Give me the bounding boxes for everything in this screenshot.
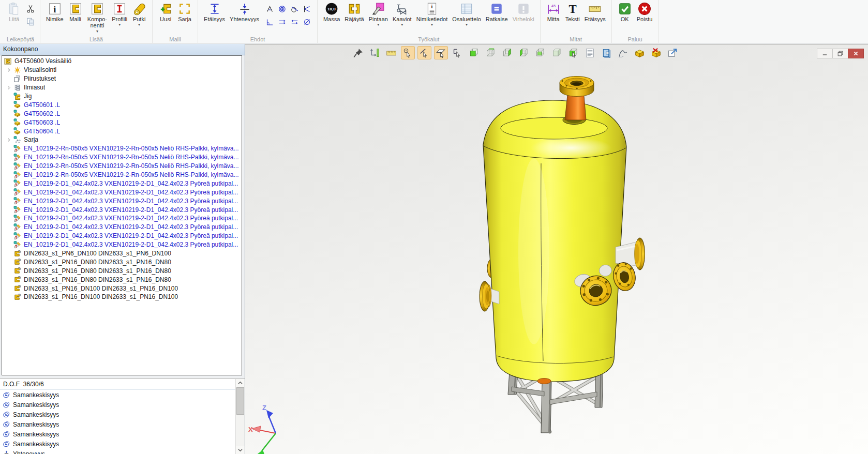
nimiketiedot-button[interactable]: iNimiketiedot▾ [414,1,450,27]
scrollbar-thumb[interactable] [236,387,244,415]
cube-select-button[interactable] [567,47,580,59]
dof-scrollbar[interactable] [235,379,245,454]
box-open-button[interactable] [633,47,646,59]
malli-button[interactable]: Malli [66,1,85,22]
cube-face-left-button[interactable] [517,47,530,59]
sarja-button[interactable]: Sarja [175,1,194,22]
tree-item-g4t50604[interactable]: G4T50604 .L [2,127,242,135]
viewport-3d[interactable]: X Z [245,44,868,454]
tree-item-din2633-s1-pn6-dn100[interactable]: DIN2633_s1_PN6_DN100 DIN2633_s1_PN6_DN10… [2,249,242,258]
box-delete-button[interactable] [650,47,663,59]
scroll-up-button[interactable] [236,379,245,387]
tank-body[interactable] [483,100,626,382]
window-restore-button[interactable] [832,49,848,58]
parallel-constraint-button[interactable] [276,16,289,28]
select-point-button[interactable] [401,47,414,59]
cube-face-right-button[interactable] [501,47,514,59]
pin-button[interactable] [352,47,365,59]
wire-curve-button[interactable] [617,47,630,59]
yhtenevyys-button[interactable]: Yhtenevyys [228,1,261,22]
dof-item-samankeskisyys[interactable]: Samankeskisyys [0,390,235,400]
cube-solid-button[interactable] [468,47,481,59]
tree-item-din2633-s1-pn16-dn100[interactable]: DIN2633_s1_PN16_DN100 DIN2633_s1_PN16_DN… [2,284,242,293]
tree-item-en-10219-2-d1-042-4x02-3[interactable]: EN_10219-2-D1_042.4x02.3 VXEN10219-2-D1_… [2,205,242,214]
tree-item-visualisointi[interactable]: Visualisointi [2,66,242,74]
kaaviot-button[interactable]: Kaaviot▾ [391,1,414,27]
orbit-button[interactable] [368,47,381,59]
cut-button[interactable] [25,4,36,14]
equal-constraint-button[interactable] [289,16,301,28]
cube-wireframe-button[interactable] [484,47,497,59]
ok-button[interactable]: OK [616,1,634,22]
tangent-constraint-button[interactable] [289,3,301,16]
tree-item-jig[interactable]: Jig [2,92,242,101]
massa-button[interactable]: 10,0Massa [321,1,342,22]
tree-item-en-10219-2-d1-042-4x02-3[interactable]: EN_10219-2-D1_042.4x02.3 VXEN10219-2-D1_… [2,214,242,223]
mitta-button[interactable]: 45Mitta [544,1,563,22]
tree-item-g4t50600[interactable]: G4T50600 Vesisäiliö [2,57,242,66]
tree-item-en-10219-2-d1-042-4x02-3[interactable]: EN_10219-2-D1_042.4x02.3 VXEN10219-2-D1_… [2,179,242,188]
pintaan-button[interactable]: Pintaan▾ [367,1,390,27]
cube-shaded-button[interactable] [550,47,563,59]
r-j-yt-button[interactable]: Räjäytä [342,1,366,22]
perpendicular-constraint-button[interactable] [264,16,276,28]
tree-item-din2633-s1-pn16-dn80[interactable]: DIN2633_s1_PN16_DN80 DIN2633_s1_PN16_DN8… [2,275,242,284]
window-minimize-button[interactable] [817,49,833,58]
concentric-constraint-button[interactable] [276,3,289,16]
dof-item-samankeskisyys[interactable]: Samankeskisyys [0,400,235,410]
uusi-button[interactable]: Uusi [156,1,175,22]
select-edge-line-button[interactable] [418,47,431,59]
scroll-down-button[interactable] [236,446,245,454]
tree-item-en-10219-2-d1-042-4x02-3[interactable]: EN_10219-2-D1_042.4x02.3 VXEN10219-2-D1_… [2,232,242,240]
cube-section-button[interactable] [534,47,547,59]
select-feature-button[interactable] [451,47,464,59]
virheloki-button[interactable]: Virheloki [511,1,536,22]
kompo-nentti-button[interactable]: Kompo- nentti▾ [85,1,110,34]
tree-item-en-10219-2-d1-042-4x02-3[interactable]: EN_10219-2-D1_042.4x02.3 VXEN10219-2-D1_… [2,223,242,232]
tree-item-en-10219-2-rn-050x5[interactable]: EN_10219-2-Rn-050x5 VXEN10219-2-Rn-050x5… [2,144,242,153]
angle-constraint-button[interactable] [264,3,276,16]
bottom-fitting[interactable] [537,379,551,384]
dof-item-samankeskisyys[interactable]: Samankeskisyys [0,429,235,439]
measure-ruler-button[interactable] [385,47,398,59]
expand-arrow-icon[interactable] [6,137,13,143]
dof-item-yhtenevyys[interactable]: Yhtenevyys [0,449,235,454]
tree-item-din2633-s1-pn16-dn100[interactable]: DIN2633_s1_PN16_DN100 DIN2633_s1_PN16_DN… [2,293,242,301]
tree-item-din2633-s1-pn16-dn80[interactable]: DIN2633_s1_PN16_DN80 DIN2633_s1_PN16_DN8… [2,266,242,275]
et-isyys-button[interactable]: Etäisyys [202,1,227,22]
tree-item-sarja[interactable]: Sarja [2,135,242,144]
tree-item-piirustukset[interactable]: Piirustukset [2,74,242,83]
profiili-button[interactable]: Profiili▾ [110,1,129,27]
expand-arrow-icon[interactable] [6,85,13,90]
tree-item-en-10219-2-d1-042-4x02-3[interactable]: EN_10219-2-D1_042.4x02.3 VXEN10219-2-D1_… [2,196,242,205]
window-close-button[interactable] [848,49,864,58]
notes-list-button[interactable] [583,47,596,59]
copy-button[interactable] [25,17,36,27]
tree-item-din2633-s1-pn16-dn80[interactable]: DIN2633_s1_PN16_DN80 DIN2633_s1_PN16_DN8… [2,258,242,266]
dof-item-samankeskisyys[interactable]: Samankeskisyys [0,439,235,449]
poistu-button[interactable]: Poistu [635,1,655,22]
et-isyys-button[interactable]: Etäisyys [582,1,608,22]
ratkaise-button[interactable]: Ratkaise [484,1,510,22]
liit-button[interactable]: Liitä [5,1,23,22]
component-3d-button[interactable] [600,47,613,59]
tree-item-g4t50601[interactable]: G4T50601 .L [2,100,242,109]
select-face-button[interactable] [435,47,447,59]
tree-item-ilmiasut[interactable]: Ilmiasut [2,83,242,92]
tree-item-en-10219-2-rn-050x5[interactable]: EN_10219-2-Rn-050x5 VXEN10219-2-Rn-050x5… [2,153,242,162]
teksti-button[interactable]: TTeksti [563,1,582,22]
tree-item-en-10219-2-d1-042-4x02-3[interactable]: EN_10219-2-D1_042.4x02.3 VXEN10219-2-D1_… [2,240,242,249]
tree-item-g4t50602[interactable]: G4T50602 .L [2,109,242,118]
tree-item-g4t50603[interactable]: G4T50603 .L [2,118,242,127]
fix-constraint-button[interactable] [301,16,313,28]
dof-item-samankeskisyys[interactable]: Samankeskisyys [0,410,235,419]
tree-item-en-10219-2-rn-050x5[interactable]: EN_10219-2-Rn-050x5 VXEN10219-2-Rn-050x5… [2,171,242,179]
export-view-button[interactable] [666,47,679,59]
midpoint-constraint-button[interactable] [301,3,313,16]
tree-item-en-10219-2-rn-050x5[interactable]: EN_10219-2-Rn-050x5 VXEN10219-2-Rn-050x5… [2,162,242,171]
dof-item-samankeskisyys[interactable]: Samankeskisyys [0,419,235,429]
putki-button[interactable]: Putki▾ [130,1,148,27]
osaluettelo-button[interactable]: Osaluettelo▾ [450,1,483,27]
tree-item-en-10219-2-d1-042-4x02-3[interactable]: EN_10219-2-D1_042.4x02.3 VXEN10219-2-D1_… [2,188,242,196]
nimike-button[interactable]: iNimike [44,1,66,22]
